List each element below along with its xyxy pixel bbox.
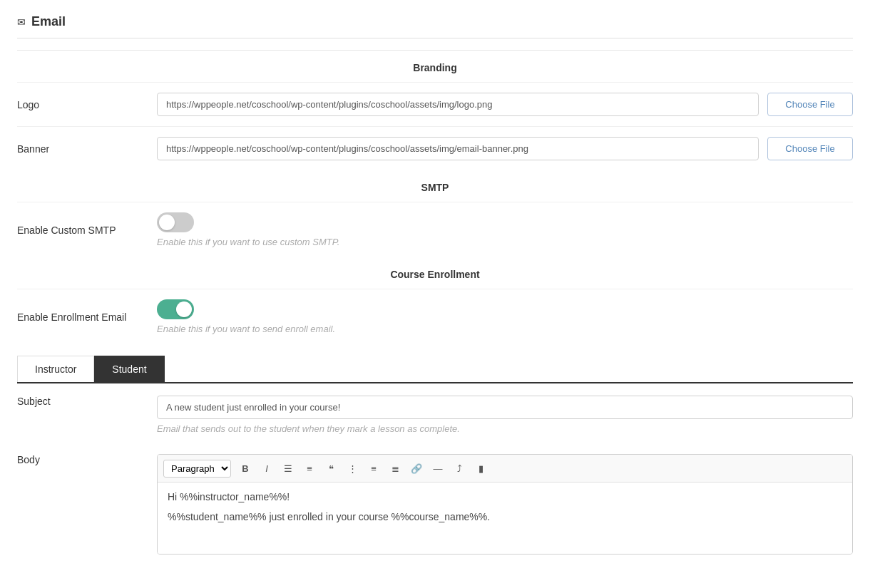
smtp-section-title: SMTP (17, 170, 853, 202)
subject-input[interactable] (157, 396, 853, 419)
banner-field-content: Choose File (157, 137, 853, 160)
editor-line-2: %%student_name%% just enrolled in your c… (168, 511, 842, 522)
body-row: Body Paragraph Heading 1 Heading 2 Headi… (17, 445, 853, 563)
ordered-list-button[interactable]: ≡ (300, 459, 319, 478)
logo-choose-file-button[interactable]: Choose File (767, 93, 853, 116)
banner-choose-file-button[interactable]: Choose File (767, 137, 853, 160)
subject-hint: Email that sends out to the student when… (157, 423, 853, 434)
editor-toolbar: Paragraph Heading 1 Heading 2 Heading 3 … (158, 455, 852, 483)
page-title: Email (31, 14, 66, 29)
logo-label: Logo (17, 99, 145, 110)
editor-line-1: Hi %%instructor_name%%! (168, 491, 842, 502)
toggle-slider-smtp (157, 212, 194, 232)
banner-field-row: Banner Choose File (17, 126, 853, 170)
subject-row: Subject Email that sends out to the stud… (17, 383, 853, 445)
enable-enrollment-email-column: Enable this if you want to send enroll e… (157, 299, 335, 334)
banner-input[interactable] (157, 137, 759, 160)
enable-enrollment-email-row: Enable Enrollment Email Enable this if y… (17, 289, 853, 344)
branding-section: Branding Logo Choose File Banner Choose … (17, 51, 853, 170)
body-label: Body (17, 454, 145, 465)
enable-enrollment-email-toggle[interactable] (157, 299, 194, 319)
editor-container: Paragraph Heading 1 Heading 2 Heading 3 … (157, 454, 853, 555)
smtp-section: SMTP Enable Custom SMTP Enable this if y… (17, 170, 853, 257)
unordered-list-button[interactable]: ☰ (278, 459, 298, 478)
horizontal-rule-button[interactable]: ― (428, 459, 448, 478)
enable-enrollment-email-label: Enable Enrollment Email (17, 311, 145, 323)
align-right-button[interactable]: ≣ (385, 459, 405, 478)
enable-enrollment-email-hint: Enable this if you want to send enroll e… (157, 324, 335, 334)
editor-scroll: Hi %%instructor_name%%! %%student_name%%… (158, 483, 852, 554)
logo-field-row: Logo Choose File (17, 82, 853, 126)
table-button[interactable]: ▮ (471, 459, 491, 478)
enable-custom-smtp-column: Enable this if you want to use custom SM… (157, 212, 339, 247)
paragraph-select[interactable]: Paragraph Heading 1 Heading 2 Heading 3 (163, 460, 231, 478)
toggle-slider-enrollment (157, 299, 194, 319)
page-header: ✉ Email (17, 14, 853, 38)
align-center-button[interactable]: ≡ (364, 459, 384, 478)
tabs-container: Instructor Student (17, 356, 853, 383)
enable-custom-smtp-row: Enable Custom SMTP Enable this if you wa… (17, 202, 853, 257)
course-enrollment-section-title: Course Enrollment (17, 257, 853, 289)
align-left-button[interactable]: ⋮ (342, 459, 362, 478)
tab-student[interactable]: Student (94, 356, 164, 382)
tab-instructor[interactable]: Instructor (17, 356, 94, 382)
enable-custom-smtp-hint: Enable this if you want to use custom SM… (157, 237, 339, 247)
branding-section-title: Branding (17, 51, 853, 82)
blockquote-button[interactable]: ❝ (321, 459, 341, 478)
enable-custom-smtp-label: Enable Custom SMTP (17, 225, 145, 236)
link-button[interactable]: 🔗 (406, 459, 426, 478)
logo-input[interactable] (157, 93, 759, 116)
fullscreen-button[interactable]: ⤴ (449, 459, 469, 478)
subject-label: Subject (17, 396, 145, 407)
italic-button[interactable]: I (257, 459, 277, 478)
enable-enrollment-email-content: Enable this if you want to send enroll e… (157, 299, 853, 334)
bold-button[interactable]: B (235, 459, 255, 478)
logo-field-content: Choose File (157, 93, 853, 116)
email-icon: ✉ (17, 16, 26, 28)
enable-custom-smtp-content: Enable this if you want to use custom SM… (157, 212, 853, 247)
editor-body[interactable]: Hi %%instructor_name%%! %%student_name%%… (158, 483, 852, 554)
enable-custom-smtp-toggle[interactable] (157, 212, 194, 232)
course-enrollment-section: Course Enrollment Enable Enrollment Emai… (17, 257, 853, 344)
subject-field-content: Email that sends out to the student when… (157, 396, 853, 434)
banner-label: Banner (17, 143, 145, 155)
